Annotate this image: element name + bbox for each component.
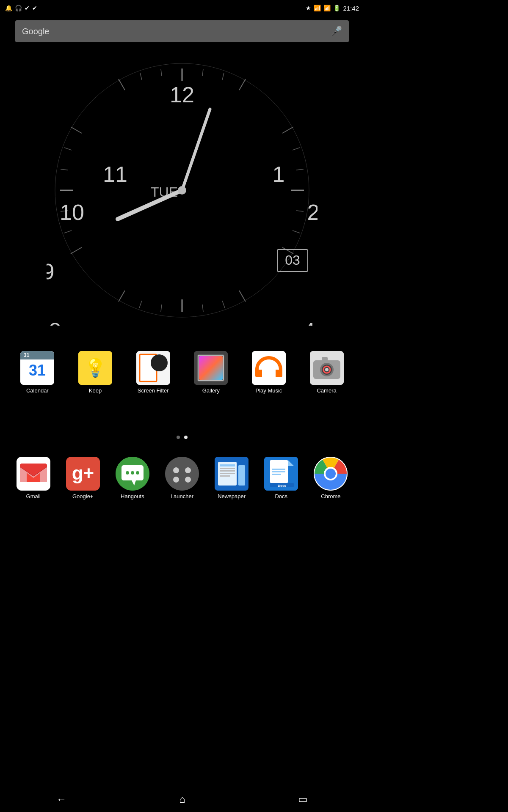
camera-icon (310, 351, 344, 385)
app-calendar[interactable]: 31 31 Calendar (14, 351, 61, 394)
search-bar[interactable]: Google 🎤 (15, 20, 349, 42)
svg-text:03: 03 (285, 252, 300, 268)
clock-widget[interactable]: 12 1 2 3 4 5 6 7 8 9 10 11 TUE 03 (47, 55, 318, 326)
notification-icon-1: 🔔 (5, 5, 12, 11)
search-placeholder: Google (22, 27, 50, 36)
keep-label: Keep (89, 387, 102, 394)
dock-gmail[interactable]: Gmail (10, 457, 57, 499)
screenfilter-icon (136, 351, 170, 385)
keep-icon: 💡 (78, 351, 112, 385)
mic-icon[interactable]: 🎤 (331, 26, 342, 37)
dock-gplus[interactable]: g+ Google+ (60, 457, 106, 499)
svg-line-17 (296, 211, 304, 211)
svg-line-16 (140, 73, 142, 80)
app-gallery[interactable]: Gallery (188, 351, 234, 394)
svg-line-23 (61, 169, 68, 170)
status-right-icons: ★ 📶 📶 🔋 21:42 (306, 5, 359, 12)
newspaper-label: Newspaper (218, 493, 246, 499)
page-dot-2 (184, 436, 188, 439)
app-camera[interactable]: Camera (304, 351, 350, 394)
battery-icon: 🔋 (333, 5, 340, 11)
svg-rect-87 (220, 468, 235, 469)
svg-text:11: 11 (103, 162, 127, 187)
svg-line-15 (161, 69, 162, 76)
app-playmusic[interactable]: Play Music (246, 351, 292, 394)
svg-rect-70 (322, 357, 328, 361)
wifi-icon: 📶 (314, 5, 321, 11)
home-button[interactable]: ⌂ (171, 790, 194, 809)
status-left-icons: 🔔 🎧 ✔ ✔ (5, 5, 37, 11)
docs-label: Docs (275, 493, 287, 499)
svg-point-76 (131, 471, 134, 475)
svg-point-69 (325, 368, 329, 371)
svg-point-79 (173, 467, 179, 473)
svg-line-27 (161, 304, 162, 312)
svg-text:9: 9 (47, 259, 54, 284)
svg-line-25 (202, 304, 203, 312)
docs-icon: Docs (264, 457, 298, 491)
gallery-label: Gallery (202, 387, 220, 394)
dock-hangouts[interactable]: Hangouts (109, 457, 156, 499)
headphones-status-icon: 🎧 (15, 5, 22, 11)
svg-point-77 (136, 471, 139, 475)
screenfilter-label: Screen Filter (138, 387, 169, 394)
app-screenfilter[interactable]: Screen Filter (130, 351, 177, 394)
dock-newspaper[interactable]: Newspaper (208, 457, 255, 499)
svg-point-82 (185, 477, 191, 483)
launcher-icon (165, 457, 199, 491)
page-dot-1 (177, 436, 180, 439)
svg-line-22 (64, 230, 72, 233)
status-time: 21:42 (343, 5, 359, 12)
dock-docs[interactable]: Docs Docs (258, 457, 304, 499)
dock-launcher[interactable]: Launcher (159, 457, 205, 499)
svg-rect-63 (276, 370, 282, 377)
hangouts-icon (116, 457, 149, 491)
gplus-icon: g+ (66, 457, 100, 491)
svg-point-56 (151, 354, 168, 371)
nav-bar: ← ⌂ ▭ (0, 787, 364, 812)
calendar-label: Calendar (26, 387, 49, 394)
svg-point-75 (126, 471, 129, 475)
svg-rect-95 (272, 469, 285, 470)
svg-text:12: 12 (170, 82, 194, 107)
svg-line-14 (222, 73, 224, 80)
svg-line-24 (64, 148, 72, 150)
svg-text:g+: g+ (72, 463, 94, 483)
check2-status-icon: ✔ (32, 5, 37, 11)
calendar-icon: 31 31 (20, 351, 54, 385)
check-status-icon: ✔ (25, 5, 30, 11)
dock-chrome[interactable]: Chrome (307, 457, 354, 499)
chrome-label: Chrome (321, 493, 340, 499)
svg-text:💡: 💡 (84, 357, 107, 379)
svg-line-5 (239, 79, 246, 90)
clock-face: 12 1 2 3 4 5 6 7 8 9 10 11 TUE 03 (47, 55, 318, 326)
svg-line-8 (239, 291, 246, 302)
svg-point-103 (326, 469, 336, 479)
page-indicator (177, 436, 188, 439)
svg-text:4: 4 (303, 318, 315, 326)
app-keep[interactable]: 💡 Keep (72, 351, 119, 394)
svg-line-18 (293, 230, 300, 233)
svg-line-13 (202, 69, 203, 76)
hangouts-label: Hangouts (121, 493, 144, 499)
svg-line-10 (71, 247, 82, 254)
svg-line-9 (119, 291, 125, 302)
svg-rect-62 (255, 370, 262, 377)
svg-text:1: 1 (273, 162, 285, 187)
svg-rect-59 (199, 356, 223, 380)
back-button[interactable]: ← (48, 790, 75, 809)
chrome-icon (314, 457, 348, 491)
svg-line-45 (182, 109, 210, 190)
status-bar: 🔔 🎧 ✔ ✔ ★ 📶 📶 🔋 21:42 (0, 0, 364, 16)
svg-line-12 (119, 79, 125, 90)
recent-button[interactable]: ▭ (290, 790, 316, 809)
svg-rect-88 (220, 470, 235, 472)
app-grid: 31 31 Calendar 💡 Keep Screen Filter (0, 351, 364, 394)
svg-rect-97 (272, 474, 281, 475)
svg-line-11 (71, 127, 82, 133)
gallery-icon (194, 351, 228, 385)
svg-text:8: 8 (49, 318, 61, 326)
gplus-label: Google+ (72, 493, 94, 499)
camera-label: Camera (317, 387, 336, 394)
svg-text:31: 31 (24, 352, 30, 358)
